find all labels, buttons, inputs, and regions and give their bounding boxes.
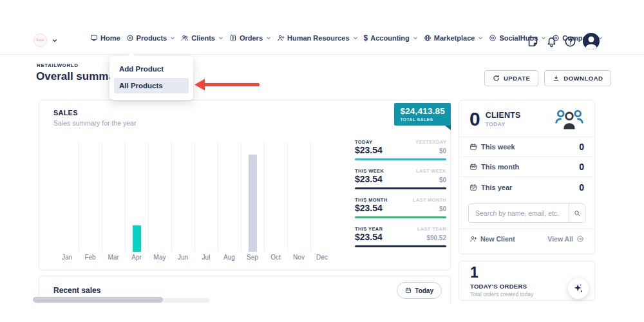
download-button[interactable]: DOWNLOAD (544, 70, 611, 86)
nav-item-orders[interactable]: Orders (229, 34, 271, 42)
today-filter-button[interactable]: Today (397, 282, 442, 299)
stat-compare-label: YESTERDAY (415, 139, 446, 145)
stat-row-year: THIS YEARLAST YEAR $23.54$90.52 (355, 226, 446, 247)
chevron-down-icon (266, 35, 271, 41)
x-tick-label: May (148, 254, 171, 261)
brand-area[interactable]: Social (33, 33, 57, 47)
x-tick-label: Mar (102, 254, 125, 261)
recent-sales-title: Recent sales (53, 286, 100, 295)
stat-label: THIS MONTH (355, 197, 388, 203)
gridline (218, 142, 218, 252)
chevron-down-icon (353, 35, 358, 41)
stat-underline (355, 245, 446, 247)
stat-underline (355, 158, 446, 160)
nav-item-clients[interactable]: Clients (181, 34, 223, 42)
nav-label: Clients (191, 34, 215, 42)
chevron-down-icon (170, 35, 175, 41)
x-tick-label: Jan (55, 254, 79, 261)
x-tick-label: Dec (310, 254, 334, 261)
new-client-button[interactable]: New Client (469, 235, 515, 243)
sales-period-stats: TODAYYESTERDAY $23.54$0 THIS WEEKLAST WE… (355, 139, 446, 255)
stat-compare-label: LAST YEAR (417, 226, 446, 232)
badge-tail (445, 126, 451, 130)
bar-apr (133, 225, 141, 252)
calendar-grid-icon (469, 163, 477, 171)
bell-icon[interactable] (545, 35, 558, 48)
menu-item-add-product[interactable]: Add Product (114, 61, 189, 77)
clients-row-label: This year (481, 184, 512, 191)
stat-compare-label: LAST WEEK (416, 168, 446, 174)
update-button[interactable]: UPDATE (484, 70, 538, 86)
gridline (148, 142, 149, 252)
clients-row-month: This month 0 (459, 157, 594, 177)
stat-value: $23.54 (355, 232, 383, 242)
nav-item-accounting[interactable]: $ Accounting (364, 33, 418, 43)
stat-label: THIS YEAR (355, 226, 383, 232)
nav-item-home[interactable]: Home (90, 34, 120, 42)
people-group-icon (554, 108, 584, 130)
clients-subtitle: TODAY (486, 121, 521, 128)
notes-icon[interactable] (527, 35, 539, 48)
at-circle-icon (489, 34, 497, 42)
annotation-arrow (194, 78, 261, 91)
gridline (241, 142, 242, 252)
clients-row-week: This week 0 (459, 137, 594, 157)
gridline (79, 142, 79, 252)
nav-label: Accounting (370, 34, 410, 42)
sales-card-title: SALES (53, 109, 78, 117)
stat-label: THIS WEEK (355, 168, 384, 174)
total-sales-badge: $24,413.85 TOTAL SALES (394, 103, 451, 126)
user-avatar[interactable] (583, 33, 600, 50)
header-actions (527, 33, 600, 50)
clients-row-label: This week (481, 143, 515, 151)
x-tick-label: Aug (218, 254, 241, 261)
main-nav: Home Products Clients Orders Human Resou… (90, 33, 603, 43)
x-tick-label: Jun (171, 254, 194, 261)
total-sales-value: $24,413.85 (400, 106, 445, 116)
orders-subtitle: Total orders created today (470, 291, 533, 298)
clients-card-footer: New Client View All (459, 229, 594, 243)
stat-value: $23.54 (355, 203, 383, 213)
view-all-link[interactable]: View All (547, 235, 584, 243)
stat-underline (355, 216, 446, 218)
clients-count: 0 (469, 110, 480, 129)
gridline (264, 142, 265, 252)
sparkle-icon (573, 283, 584, 294)
chevron-down-icon (478, 35, 483, 41)
nav-label: Orders (240, 34, 263, 42)
today-filter-label: Today (415, 287, 433, 294)
brand-logo[interactable]: Social (33, 33, 47, 47)
help-icon[interactable] (564, 35, 576, 48)
nav-label: Home (100, 34, 120, 42)
bar-sep (249, 155, 257, 252)
view-all-label: View All (547, 235, 573, 243)
x-tick-label: Feb (79, 254, 102, 261)
client-search-input[interactable] (469, 204, 569, 222)
horizontal-scrollbar-thumb[interactable] (33, 297, 163, 303)
client-search-button[interactable] (569, 204, 585, 222)
nav-label: Marketplace (434, 34, 475, 42)
client-search (468, 204, 585, 223)
stat-value: $23.54 (355, 145, 383, 155)
products-gear-icon (126, 34, 134, 42)
person-plus-icon (277, 34, 285, 42)
stat-value: $23.54 (355, 174, 383, 184)
nav-item-products[interactable]: Products (126, 34, 176, 42)
stat-underline (355, 187, 446, 189)
clients-people-icon (181, 34, 189, 42)
download-label: DOWNLOAD (564, 75, 603, 82)
stat-compare-value: $0 (439, 176, 446, 184)
stat-row-month: THIS MONTHLAST MONTH $23.54$0 (355, 197, 446, 218)
clients-row-value: 0 (579, 162, 584, 172)
new-client-label: New Client (480, 235, 515, 243)
person-plus-icon (469, 235, 477, 243)
ai-sparkle-button[interactable] (568, 278, 589, 299)
orders-clipboard-icon (229, 34, 237, 42)
breadcrumb: RETAILWORLD (37, 62, 79, 68)
calendar-icon (405, 287, 412, 294)
nav-item-human-resources[interactable]: Human Resources (277, 34, 358, 42)
stat-label: TODAY (355, 139, 372, 145)
nav-item-marketplace[interactable]: Marketplace (424, 34, 484, 42)
stat-compare-value: $0 (439, 205, 446, 213)
menu-item-all-products[interactable]: All Products (114, 78, 189, 93)
